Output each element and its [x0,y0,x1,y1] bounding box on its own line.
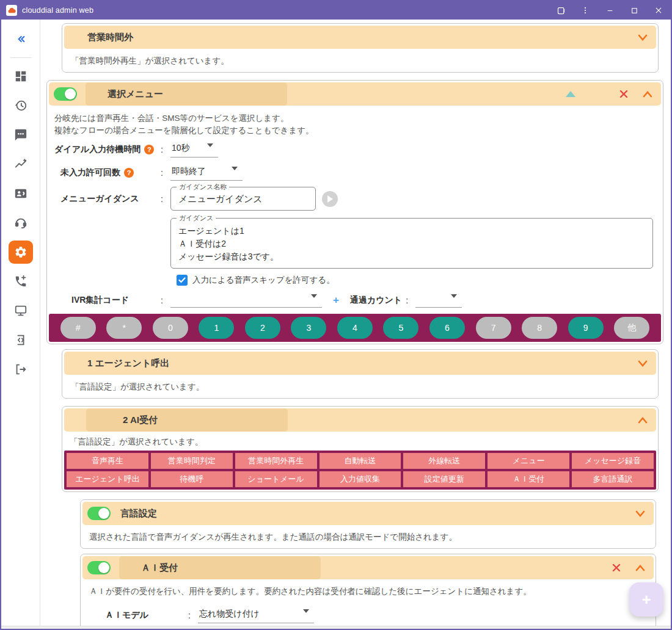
dtmf-key-4[interactable]: 4 [337,317,373,339]
panel-title: 2 AI受付 [123,415,158,426]
expand-chevron-down-icon[interactable] [635,510,645,517]
dtmf-key-0[interactable]: 0 [153,317,188,339]
sidebar-collapse-icon[interactable] [9,27,33,51]
browser-menu-icon[interactable] [573,1,597,20]
enable-toggle[interactable] [54,87,77,101]
service-button[interactable]: ＡＩ受付 [488,471,569,487]
dtmf-key-2[interactable]: 2 [245,317,280,339]
service-button[interactable]: エージェント呼出 [67,471,148,487]
dtmf-key-8[interactable]: 8 [522,317,557,339]
field-label-text: ＡＩモデル [105,610,148,621]
sidebar-item-logout[interactable] [9,358,33,381]
dtmf-key-3[interactable]: 3 [291,317,326,339]
delete-icon[interactable] [612,563,621,572]
sidebar-item-history[interactable] [9,94,33,117]
caret-down-icon [303,609,309,619]
selected-value: 即時終了 [172,166,206,177]
delete-icon[interactable] [619,90,628,98]
panel-select-menu: 選択メニュー 分岐先には音声再生・会話・SMS等のサービスを選択します。 複雑な… [46,80,663,344]
dtmf-key-5[interactable]: 5 [383,317,418,339]
panel-title: 言語設定 [120,508,157,520]
maximize-button[interactable] [622,1,646,20]
service-button[interactable]: 音声再生 [67,453,148,469]
panel-after-hours: 営業時間外 「営業時間外再生」が選択されています。 [62,23,659,73]
panel-ai-branch-header[interactable]: 2 AI受付 [64,408,656,432]
panel-ai-reception: ＡＩ受付 ＡＩが要件の受付を行い、用件を要約します。要約された内容は受付者に確認… [80,554,656,629]
dtmf-key-1[interactable]: 1 [199,317,234,339]
dtmf-key-*[interactable]: * [106,317,142,339]
sidebar-item-contacts[interactable] [9,182,33,205]
collapse-chevron-up-icon[interactable] [638,417,648,424]
minimize-button[interactable] [597,1,622,20]
textarea-value: エージェントは1 ＡＩ受付は2 メッセージ録音は3です。 [178,226,279,261]
dial-wait-label: ダイアル入力待機時間 ? [54,144,157,155]
collapse-chevron-up-icon[interactable] [643,91,652,98]
dtmf-key-9[interactable]: 9 [568,317,604,339]
service-button[interactable]: 設定値更新 [403,471,485,487]
service-button[interactable]: 多言語通訳 [572,471,654,487]
help-icon[interactable]: ? [124,168,134,178]
caret-down-icon [232,167,238,176]
service-button[interactable]: 入力値収集 [320,471,401,487]
move-up-icon[interactable] [566,91,575,97]
service-button[interactable]: 営業時間外再生 [235,453,317,469]
guidance-name-input[interactable]: ガイダンス名称 メニューガイダンス [170,187,316,211]
panel-language: 言語設定 選択された言語で音声ガイダンスが再生されます。また通話の場合は通訳モー… [80,499,656,549]
help-icon[interactable]: ? [144,145,154,154]
check-icon [178,277,186,283]
service-button[interactable]: 待機呼 [151,471,233,487]
dial-wait-select[interactable]: 10秒 [170,142,218,158]
service-button[interactable]: メッセージ録音 [572,453,654,469]
collapse-chevron-up-icon[interactable] [635,565,645,571]
enable-toggle[interactable] [87,561,111,574]
add-node-fab[interactable]: + [629,582,663,617]
colon [161,145,163,154]
panel-agent-call: 1 エージェント呼出 「言語設定」が選択されています。 [62,349,659,399]
sidebar-item-deploy[interactable] [9,328,33,352]
sidebar-item-settings[interactable] [9,241,33,264]
sidebar-item-dashboard[interactable] [9,65,33,88]
service-button[interactable]: ショートメール [235,471,317,487]
colon [161,168,163,178]
expand-chevron-down-icon[interactable] [638,360,648,367]
panel-description: 分岐先には音声再生・会話・SMS等のサービスを選択します。 複雑なフローの場合メ… [47,107,663,137]
panel-title: ＡＩ受付 [141,562,178,574]
close-button[interactable] [646,1,671,20]
panel-description: ＡＩが要件の受付を行い、用件を要約します。要約された内容は受付者に確認した後にエ… [81,581,656,603]
service-button[interactable]: メニュー [488,453,569,469]
dtmf-key-#[interactable]: # [60,317,96,339]
service-button[interactable]: 自動転送 [320,453,401,469]
sidebar-item-monitor[interactable] [9,299,33,322]
dtmf-key-他[interactable]: 他 [614,317,649,339]
panel-agent-call-header[interactable]: 1 エージェント呼出 [64,352,656,375]
panel-select-menu-header[interactable]: 選択メニュー [49,82,661,106]
sidebar-item-chat[interactable] [9,123,33,147]
skip-checkbox[interactable] [177,275,188,286]
panel-after-hours-header[interactable]: 営業時間外 [64,26,656,49]
pass-count-select[interactable] [415,293,462,308]
sidebar-item-support-headset[interactable] [9,211,33,234]
service-button[interactable]: 外線転送 [403,453,485,469]
dtmf-key-7[interactable]: 7 [476,317,511,339]
add-ivr-code-button[interactable]: + [333,294,339,306]
input-label: ガイダンス名称 [177,183,229,192]
ai-model-select[interactable]: 忘れ物受け付け [198,607,314,623]
no-input-select[interactable]: 即時終了 [170,165,243,181]
expand-chevron-down-icon[interactable] [638,34,648,41]
sidebar [1,20,40,629]
service-button[interactable]: 営業時間判定 [151,453,233,469]
panel-description: 「言語設定」が選択されています。 [62,377,658,398]
panel-language-header[interactable]: 言語設定 [82,502,654,525]
guidance-textarea[interactable]: ガイダンス エージェントは1 ＡＩ受付は2 メッセージ録音は3です。 [170,218,653,269]
ivr-code-select[interactable] [170,293,322,308]
panel-title-tab: 選択メニュー [86,82,287,106]
app-install-icon[interactable] [549,1,573,20]
panel-ai-reception-header[interactable]: ＡＩ受付 [82,556,654,579]
sidebar-item-analytics[interactable] [9,153,33,176]
dtmf-key-6[interactable]: 6 [429,317,465,339]
sidebar-item-add-call[interactable] [9,270,33,293]
field-label-text: メニューガイダンス [60,194,139,205]
play-guidance-button[interactable] [322,191,338,207]
skip-checkbox-label: 入力による音声スキップを許可する。 [192,275,335,286]
enable-toggle[interactable] [87,507,111,520]
